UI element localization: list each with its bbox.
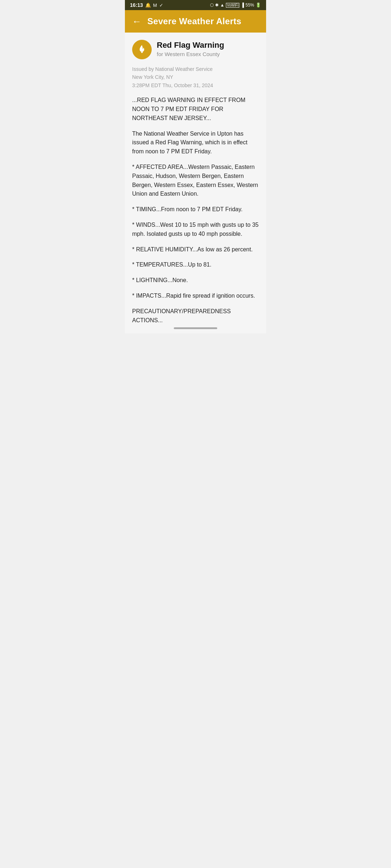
bluetooth-icon2: ✱ <box>215 3 219 8</box>
alert-para-10: PRECAUTIONARY/PREPAREDNESS ACTIONS... <box>132 307 259 325</box>
alert-title: Red Flag Warning <box>157 41 259 50</box>
alert-para-3: * AFFECTED AREA...Western Passaic, Easte… <box>132 163 259 199</box>
alert-body: ...RED FLAG WARNING IN EFFECT FROM NOON … <box>132 96 259 325</box>
issuer-line1: Issued by National Weather Service <box>132 65 259 73</box>
battery-percentage: 55% <box>245 3 254 8</box>
alert-para-4: * TIMING...From noon to 7 PM EDT Friday. <box>132 205 259 214</box>
vowifi-icon: VoWiFi <box>226 3 240 8</box>
bottom-bar <box>125 325 266 333</box>
alert-icon-container <box>132 40 152 59</box>
check-icon: ✓ <box>159 3 163 8</box>
bluetooth-icon: ⬡ <box>210 3 214 8</box>
wifi-icon: ▲ <box>220 3 224 8</box>
battery-icon: 🔋 <box>256 3 261 8</box>
status-time: 16:13 <box>130 2 143 8</box>
issuer-info: Issued by National Weather Service New Y… <box>132 65 259 89</box>
fire-alert-icon <box>136 44 147 55</box>
status-right: ⬡ ✱ ▲ VoWiFi ▐ 55% 🔋 <box>210 3 261 8</box>
app-header: ← Severe Weather Alerts <box>125 10 266 33</box>
alert-para-7: * TEMPERATURES...Up to 81. <box>132 260 259 269</box>
signal-icon: ▐ <box>241 3 244 8</box>
alert-title-block: Red Flag Warning for Western Essex Count… <box>157 40 259 57</box>
alert-para-8: * LIGHTNING...None. <box>132 276 259 285</box>
issuer-line3: 3:28PM EDT Thu, October 31, 2024 <box>132 81 259 89</box>
page-title: Severe Weather Alerts <box>147 16 241 26</box>
alert-para-9: * IMPACTS...Rapid fire spread if ignitio… <box>132 292 259 301</box>
notification-icon: 🔔 <box>145 3 151 8</box>
status-bar: 16:13 🔔 M ✓ ⬡ ✱ ▲ VoWiFi ▐ 55% 🔋 <box>125 0 266 10</box>
gmail-icon: M <box>153 3 157 8</box>
status-left: 16:13 🔔 M ✓ <box>130 2 163 8</box>
alert-para-2: The National Weather Service in Upton ha… <box>132 129 259 156</box>
back-button[interactable]: ← <box>132 17 142 26</box>
home-indicator <box>174 327 217 329</box>
alert-subtitle: for Western Essex County <box>157 51 259 57</box>
alert-para-5: * WINDS...West 10 to 15 mph with gusts u… <box>132 221 259 239</box>
alert-header: Red Flag Warning for Western Essex Count… <box>132 40 259 59</box>
content-area: Red Flag Warning for Western Essex Count… <box>125 33 266 325</box>
alert-para-6: * RELATIVE HUMIDITY...As low as 26 perce… <box>132 245 259 254</box>
issuer-line2: New York City, NY <box>132 73 259 81</box>
alert-para-1: ...RED FLAG WARNING IN EFFECT FROM NOON … <box>132 96 259 123</box>
